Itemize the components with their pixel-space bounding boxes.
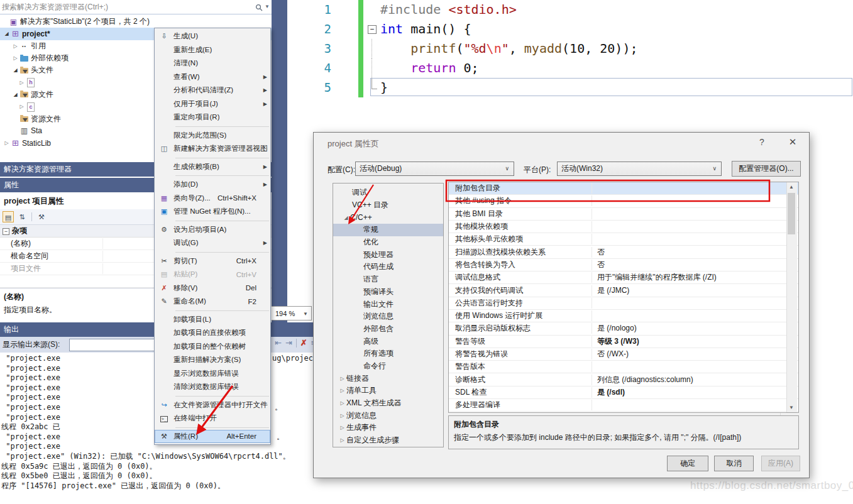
settings-tree-item-custom-build-step[interactable]: ▷自定义生成步骤 bbox=[333, 434, 443, 447]
setting-row[interactable]: 将警告视为错误否 (/WX-) bbox=[449, 348, 798, 361]
settings-tree-item-build-events[interactable]: ▷生成事件 bbox=[333, 422, 443, 434]
scroll-up-icon[interactable]: ▲ bbox=[787, 182, 796, 192]
categorize-icon[interactable]: ▤ bbox=[3, 211, 14, 222]
scrollbar-thumb[interactable] bbox=[788, 193, 795, 234]
setting-row[interactable]: 警告等级等级 3 (/W3) bbox=[449, 336, 798, 348]
expander-collapsed-icon[interactable]: ▷ bbox=[18, 104, 26, 109]
chevron-down-icon[interactable]: ▼ bbox=[303, 307, 308, 321]
setting-row[interactable]: 取消显示启动版权标志是 (/nologo) bbox=[449, 322, 798, 335]
setting-row[interactable]: 其他标头单元依赖项 bbox=[449, 233, 798, 246]
setting-row[interactable]: 诊断格式列信息 (/diagnostics:column) bbox=[449, 373, 798, 386]
indent-icon[interactable]: ⇥ bbox=[285, 338, 292, 348]
chevron-down-icon[interactable]: ▼ bbox=[265, 0, 270, 14]
menu-item-debug[interactable]: 调试(G)▶ bbox=[155, 236, 270, 250]
expander-collapsed-icon[interactable]: ▷ bbox=[338, 400, 346, 406]
menu-item-retarget-project[interactable]: 重定向项目(R) bbox=[155, 111, 270, 124]
collapse-box-icon[interactable]: − bbox=[3, 228, 9, 235]
menu-item-open-folder-in-explorer[interactable]: ↪在文件资源管理器中打开文件夹(X) bbox=[155, 398, 270, 412]
setting-row[interactable]: 其他 BMI 目录 bbox=[449, 208, 798, 221]
menu-item-open-in-terminal[interactable]: >_在终端中打开 bbox=[155, 412, 270, 425]
menu-item-set-startup-project[interactable]: ⚙设为启动项目(A) bbox=[155, 223, 270, 237]
settings-tree-item-language[interactable]: 语言 bbox=[333, 273, 443, 286]
settings-tree-item-precompiled-headers[interactable]: 预编译头 bbox=[333, 286, 443, 299]
menu-item-rename[interactable]: ✎重命名(M)F2 bbox=[155, 295, 270, 309]
unindent-icon[interactable]: ⇤ bbox=[275, 338, 282, 348]
setting-row[interactable]: 其他模块依赖项 bbox=[449, 221, 798, 233]
fold-collapse-icon[interactable]: − bbox=[368, 25, 377, 34]
menu-item-load-entire-dependency-tree[interactable]: 加载项目的整个依赖树 bbox=[155, 340, 270, 354]
expander-expanded-icon[interactable]: ◢ bbox=[11, 92, 19, 97]
settings-tree-item-linker[interactable]: ▷链接器 bbox=[333, 372, 443, 385]
tree-item-solution[interactable]: ▣解决方案"StaticLib"(2 个项目，共 2 个) bbox=[0, 16, 272, 28]
settings-tree-item-general[interactable]: 常规 bbox=[333, 224, 443, 236]
search-icon[interactable] bbox=[255, 2, 263, 16]
setting-row[interactable]: 公共语言运行时支持 bbox=[449, 297, 798, 310]
clear-all-icon[interactable]: ✗ bbox=[300, 338, 307, 348]
expander-collapsed-icon[interactable]: ▷ bbox=[3, 140, 11, 146]
help-icon[interactable]: ? bbox=[756, 137, 768, 147]
menu-item-new-solution-explorer-view[interactable]: ◫新建解决方案资源管理器视图(N) bbox=[155, 142, 270, 156]
settings-tree-item-vcpp-directories[interactable]: VC++ 目录 bbox=[333, 199, 443, 212]
output-source-dropdown[interactable] bbox=[69, 339, 165, 351]
setting-row[interactable]: 其他 #using 指令 bbox=[449, 195, 798, 207]
fold-margin[interactable]: − bbox=[366, 19, 378, 39]
menu-item-remove[interactable]: ✗移除(V)Del bbox=[155, 282, 270, 295]
menu-item-build-dependencies[interactable]: 生成依赖项(B)▶ bbox=[155, 160, 270, 174]
menu-item-class-wizard[interactable]: ▦类向导(Z)...Ctrl+Shift+X bbox=[155, 192, 270, 205]
menu-item-clean[interactable]: 清理(N) bbox=[155, 57, 270, 70]
setting-row[interactable]: 扫描源以查找模块依赖关系否 bbox=[449, 246, 798, 258]
expander-collapsed-icon[interactable]: ▷ bbox=[338, 376, 346, 381]
solution-search-input[interactable]: 搜索解决方案资源管理器(Ctrl+;) ▼ bbox=[0, 0, 272, 14]
menu-item-properties[interactable]: ⚒属性(R)Alt+Enter bbox=[155, 430, 270, 444]
menu-item-rescan-solution[interactable]: 重新扫描解决方案(S) bbox=[155, 353, 270, 367]
expander-collapsed-icon[interactable]: ▷ bbox=[338, 425, 346, 430]
menu-item-add[interactable]: 添加(D)▶ bbox=[155, 178, 270, 192]
setting-row[interactable]: SDL 检查是 (/sdl) bbox=[449, 386, 798, 399]
expander-collapsed-icon[interactable]: ▷ bbox=[338, 388, 346, 393]
editor-zoom-control[interactable]: 194 % ▼ bbox=[270, 306, 312, 320]
menu-item-analyze-and-code-cleanup[interactable]: 分析和代码清理(Z)▶ bbox=[155, 84, 270, 97]
scroll-down-icon[interactable]: ▼ bbox=[787, 403, 796, 412]
settings-tree-item-browse-info[interactable]: 浏览信息 bbox=[333, 310, 443, 323]
settings-tree-item-command-line[interactable]: 命令行 bbox=[333, 360, 443, 373]
apply-button[interactable]: 应用(A) bbox=[761, 456, 800, 471]
menu-item-build[interactable]: ⇩生成(U) bbox=[155, 30, 270, 43]
settings-tree-item-c-cpp[interactable]: ◢C/C++ bbox=[333, 211, 443, 224]
grid-scrollbar[interactable]: ▲ ▼ bbox=[786, 182, 797, 412]
menu-item-rebuild[interactable]: 重新生成(E) bbox=[155, 43, 270, 57]
configuration-manager-button[interactable]: 配置管理器(O)... bbox=[732, 161, 801, 177]
expander-collapsed-icon[interactable]: ▷ bbox=[11, 43, 19, 49]
settings-tree-item-preprocessor[interactable]: 预处理器 bbox=[333, 248, 443, 261]
menu-item-clear-browse-db-errors[interactable]: 清除浏览数据库错误 bbox=[155, 380, 270, 394]
menu-item-unload-project[interactable]: 卸载项目(L) bbox=[155, 313, 270, 327]
menu-item-manage-nuget[interactable]: ▣管理 NuGet 程序包(N)... bbox=[155, 205, 270, 219]
configuration-select[interactable]: 活动(Debug) ∨ bbox=[355, 162, 514, 176]
settings-tree-item-code-generation[interactable]: 代码生成 bbox=[333, 261, 443, 273]
expander-expanded-icon[interactable]: ◢ bbox=[11, 67, 19, 73]
settings-tree-item-all-options[interactable]: 所有选项 bbox=[333, 348, 443, 360]
setting-row[interactable]: 支持仅我的代码调试是 (/JMC) bbox=[449, 284, 798, 297]
expander-collapsed-icon[interactable]: ▷ bbox=[11, 55, 19, 61]
menu-item-show-browse-db-errors[interactable]: 显示浏览数据库错误 bbox=[155, 367, 270, 381]
expander-expanded-icon[interactable]: ◢ bbox=[3, 31, 11, 36]
expander-collapsed-icon[interactable]: ▷ bbox=[18, 80, 26, 85]
settings-tree-item-external-includes[interactable]: 外部包含 bbox=[333, 323, 443, 336]
cancel-button[interactable]: 取消 bbox=[714, 456, 754, 471]
wrench-icon[interactable]: ⚒ bbox=[36, 211, 47, 222]
close-icon[interactable]: ✕ bbox=[786, 136, 799, 148]
settings-tree-item-output-files[interactable]: 输出文件 bbox=[333, 298, 443, 310]
menu-item-load-direct-dependencies[interactable]: 加载项目的直接依赖项 bbox=[155, 326, 270, 340]
menu-item-cut[interactable]: ✂剪切(T)Ctrl+X bbox=[155, 255, 270, 268]
settings-tree-item-optimization[interactable]: 优化 bbox=[333, 236, 443, 249]
setting-row[interactable]: 附加包含目录 bbox=[449, 182, 798, 195]
settings-tree-item-advanced[interactable]: 高级 bbox=[333, 335, 443, 348]
setting-row[interactable]: 多处理器编译 bbox=[449, 399, 798, 412]
menu-item-paste[interactable]: ▤粘贴(P)Ctrl+V bbox=[155, 268, 270, 282]
setting-row[interactable]: 将包含转换为导入否 bbox=[449, 259, 798, 271]
menu-item-scope-to-this[interactable]: 限定为此范围(S) bbox=[155, 129, 270, 143]
settings-tree-item-manifest-tool[interactable]: ▷清单工具 bbox=[333, 385, 443, 397]
platform-select[interactable]: 活动(Win32) ∨ bbox=[557, 162, 722, 176]
settings-tree-item-xml-doc-generator[interactable]: ▷XML 文档生成器 bbox=[333, 397, 443, 410]
expander-collapsed-icon[interactable]: ▷ bbox=[338, 413, 346, 419]
settings-tree-item-browse-information[interactable]: ▷浏览信息 bbox=[333, 409, 443, 422]
